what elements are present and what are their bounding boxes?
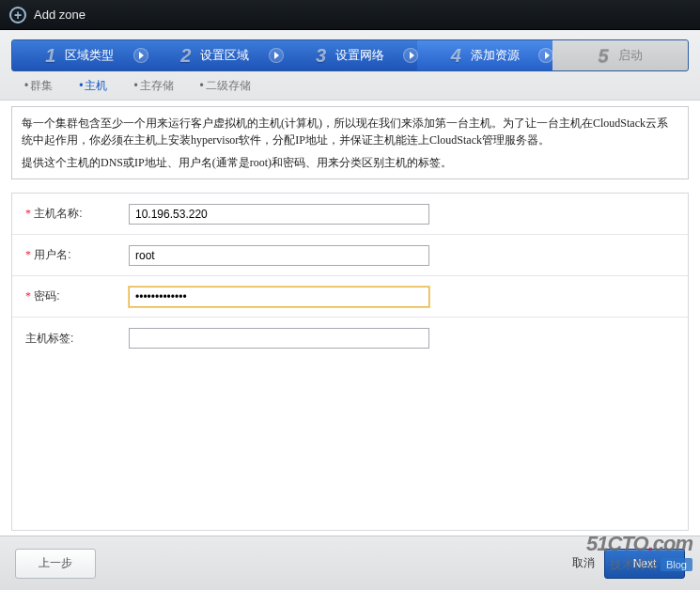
- password-input[interactable]: [129, 287, 429, 307]
- chevron-right-icon: [133, 48, 148, 63]
- plus-icon: +: [9, 7, 26, 23]
- step-number: 3: [316, 45, 326, 67]
- subtab-label: 群集: [30, 79, 53, 92]
- step-number: 1: [45, 45, 55, 67]
- info-box: 每一个集群包含至少一个用来运行客户虚拟机的主机(计算机)，所以现在我们来添加第一…: [11, 106, 689, 179]
- host-tags-input[interactable]: [129, 328, 429, 349]
- step-setup-network[interactable]: 3 设置网络: [283, 40, 418, 70]
- username-input[interactable]: [129, 245, 429, 266]
- row-hostname: * 主机名称:: [12, 194, 688, 235]
- bullet-icon: •: [79, 79, 83, 92]
- subtab-host[interactable]: •主机: [79, 77, 107, 94]
- window-title: Add zone: [34, 8, 86, 22]
- step-number: 5: [599, 45, 609, 67]
- step-number: 4: [451, 45, 461, 67]
- info-text-2: 提供这个主机的DNS或IP地址、用户名(通常是root)和密码、用来分类区别主机…: [22, 154, 678, 171]
- hostname-label: * 主机名称:: [25, 206, 129, 222]
- form-panel: * 主机名称: * 用户名: * 密码: 主机标签:: [11, 193, 689, 531]
- subtab-label: 二级存储: [206, 79, 251, 92]
- subtab-label: 主存储: [140, 79, 174, 92]
- previous-button[interactable]: 上一步: [15, 549, 96, 579]
- subtab-secondary-storage[interactable]: •二级存储: [200, 77, 251, 94]
- chevron-right-icon: [403, 48, 418, 63]
- next-button[interactable]: Next: [604, 549, 685, 579]
- step-number: 2: [180, 45, 191, 67]
- step-add-resources[interactable]: 4 添加资源: [417, 40, 552, 70]
- step-label: 设置区域: [200, 47, 249, 64]
- bullet-icon: •: [24, 79, 28, 92]
- chevron-right-icon: [538, 48, 553, 63]
- cancel-link[interactable]: 取消: [572, 555, 595, 571]
- row-host-tags: 主机标签:: [12, 318, 688, 359]
- hostname-input[interactable]: [129, 204, 429, 225]
- subtab-label: 主机: [85, 79, 107, 92]
- row-password: * 密码:: [12, 276, 688, 318]
- bottom-bar: 上一步 取消 Next: [0, 536, 700, 590]
- bullet-icon: •: [200, 79, 204, 92]
- subtab-primary-storage[interactable]: •主存储: [133, 77, 173, 94]
- row-username: * 用户名:: [12, 235, 688, 276]
- wizard-steps: 1 区域类型 2 设置区域 3 设置网络 4 添加资源 5 启动: [11, 39, 689, 71]
- info-text-1: 每一个集群包含至少一个用来运行客户虚拟机的主机(计算机)，所以现在我们来添加第一…: [22, 115, 678, 148]
- step-label: 添加资源: [471, 47, 520, 64]
- host-tags-label: 主机标签:: [25, 331, 129, 347]
- bullet-icon: •: [133, 79, 137, 92]
- step-label: 区域类型: [65, 47, 114, 64]
- step-label: 设置网络: [335, 47, 384, 64]
- step-label: 启动: [618, 47, 643, 64]
- chevron-right-icon: [269, 48, 284, 63]
- step-zone-type[interactable]: 1 区域类型: [12, 40, 148, 70]
- password-label: * 密码:: [25, 288, 129, 304]
- wizard-steps-area: 1 区域类型 2 设置区域 3 设置网络 4 添加资源 5 启动 •群集 •主机…: [0, 30, 700, 101]
- right-actions: 取消 Next: [572, 549, 685, 579]
- titlebar: + Add zone: [0, 0, 700, 30]
- subtabs: •群集 •主机 •主存储 •二级存储: [11, 71, 689, 94]
- step-launch: 5 启动: [552, 40, 688, 70]
- username-label: * 用户名:: [25, 247, 129, 263]
- subtab-cluster[interactable]: •群集: [24, 77, 53, 94]
- step-setup-zone[interactable]: 2 设置区域: [148, 40, 283, 70]
